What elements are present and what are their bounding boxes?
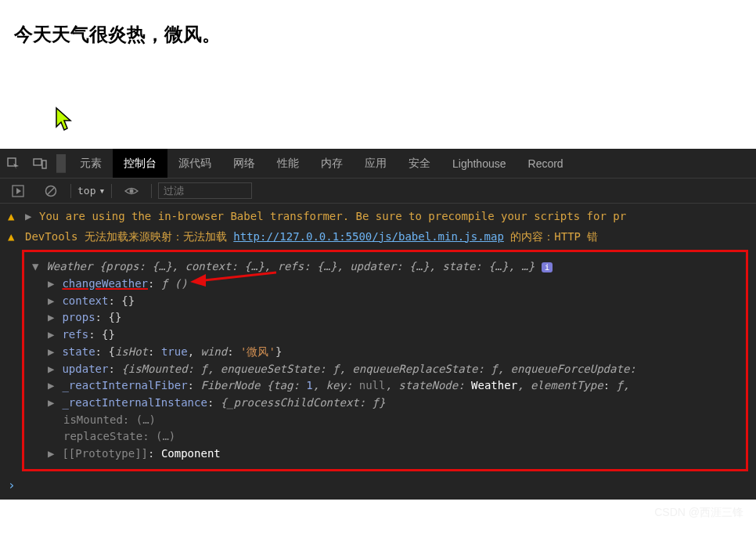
filter-input[interactable] (158, 182, 252, 199)
tab-security[interactable]: 安全 (398, 149, 441, 178)
tab-network[interactable]: 网络 (222, 149, 266, 178)
inspect-icon[interactable] (0, 149, 27, 178)
divider (70, 184, 71, 198)
prop-prototype[interactable]: ▶ [[Prototype]]: Component (32, 446, 741, 463)
prop-refs[interactable]: ▶ refs: {} (32, 327, 741, 344)
tab-elements[interactable]: 元素 (69, 149, 113, 178)
prop-props[interactable]: ▶ props: {} (32, 309, 741, 327)
prop-context[interactable]: ▶ context: {} (32, 293, 741, 310)
device-toggle-icon[interactable] (27, 149, 53, 178)
tab-performance[interactable]: 性能 (266, 149, 310, 178)
prop-updater[interactable]: ▶ updater: {isMounted: ƒ, enqueueSetStat… (32, 361, 741, 378)
divider (151, 184, 152, 198)
tab-application[interactable]: 应用 (354, 149, 398, 178)
console-messages: ▲ ▶ You are using the in-browser Babel t… (0, 204, 756, 500)
expand-triangle-icon[interactable]: ▶ (25, 208, 33, 226)
page-heading: 今天天气很炎热，微风。 (14, 22, 742, 47)
warning-text: You are using the in-browser Babel trans… (39, 208, 626, 226)
tab-sources[interactable]: 源代码 (167, 149, 222, 178)
tab-memory[interactable]: 内存 (310, 149, 354, 178)
tab-recorder[interactable]: Record (517, 149, 574, 178)
tab-console[interactable]: 控制台 (113, 149, 167, 178)
context-selector[interactable]: top▾ (77, 185, 105, 197)
warning-row: ▲ ▶ You are using the in-browser Babel t… (0, 207, 756, 227)
devtools-panel: 元素 控制台 源代码 网络 性能 内存 应用 安全 Lighthouse Rec… (0, 149, 756, 500)
prop-isMounted[interactable]: isMounted: (…) (32, 412, 741, 429)
prop-replaceState[interactable]: replaceState: (…) (32, 428, 741, 446)
chevron-down-icon: ▾ (99, 185, 105, 197)
prop-react-instance[interactable]: ▶ _reactInternalInstance: {_processChild… (32, 395, 741, 412)
object-header[interactable]: ▼ Weather {props: {…}, context: {…}, ref… (32, 258, 741, 276)
eye-icon[interactable] (118, 179, 145, 203)
divider (56, 154, 66, 173)
console-toolbar: top▾ (0, 179, 756, 204)
warning-text: DevTools 无法加载来源映射：无法加载 http://127.0.0.1:… (25, 229, 598, 246)
svg-point-6 (130, 189, 134, 193)
divider (111, 184, 112, 198)
warning-icon: ▲ (8, 208, 19, 226)
svg-rect-2 (42, 161, 46, 168)
rendered-page: 今天天气很炎热，微风。 (0, 0, 756, 149)
prop-react-fiber[interactable]: ▶ _reactInternalFiber: FiberNode {tag: 1… (32, 377, 741, 395)
annotation-arrow-icon (190, 269, 276, 287)
tab-lighthouse[interactable]: Lighthouse (441, 149, 517, 178)
prop-changeWeather[interactable]: ▶ changeWeather: ƒ () (32, 276, 741, 293)
svg-line-7 (204, 272, 276, 280)
clear-icon[interactable] (38, 179, 64, 203)
warning-row: ▲ DevTools 无法加载来源映射：无法加载 http://127.0.0.… (0, 227, 756, 247)
warning-icon: ▲ (8, 229, 19, 246)
play-icon[interactable] (5, 179, 31, 203)
watermark: CSDN @西涯三锋 (654, 506, 743, 520)
sourcemap-link[interactable]: http://127.0.0.1:5500/js/babel.min.js.ma… (233, 230, 504, 243)
console-prompt[interactable]: › (0, 474, 756, 497)
collapse-triangle-icon[interactable]: ▼ (32, 258, 40, 276)
svg-line-5 (48, 188, 54, 194)
prop-state[interactable]: ▶ state: {isHot: true, wind: '微风'} (32, 344, 741, 361)
devtools-tabs: 元素 控制台 源代码 网络 性能 内存 应用 安全 Lighthouse Rec… (0, 149, 756, 179)
svg-rect-1 (34, 159, 41, 165)
cursor-icon (55, 106, 74, 133)
logged-object: ▼ Weather {props: {…}, context: {…}, ref… (22, 250, 748, 471)
info-badge[interactable]: i (542, 262, 553, 272)
